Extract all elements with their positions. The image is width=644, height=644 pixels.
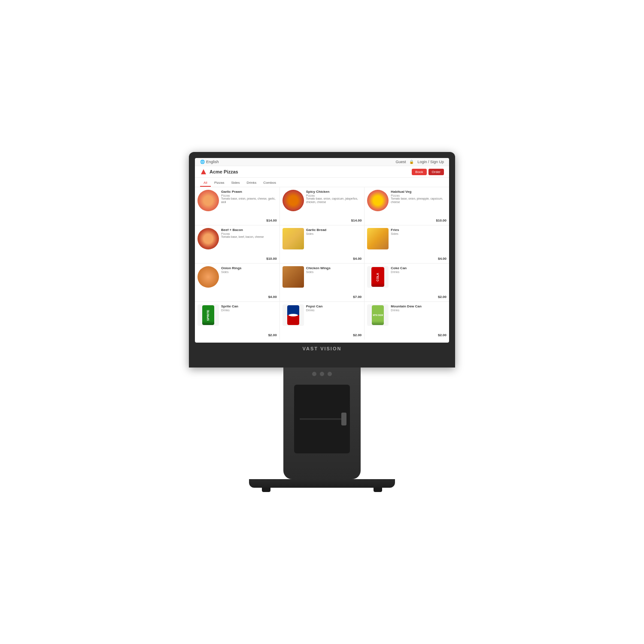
coke-can-info: Coke Can Drinks $2.00	[391, 266, 447, 299]
brand-label: VAST VISION	[303, 346, 342, 351]
garlic-bread-desc	[306, 235, 362, 257]
garlic-prawn-category: Pizzas	[221, 194, 277, 197]
coke-can-name: Coke Can	[391, 266, 447, 270]
menu-item-beef-bacon[interactable]: Beef + Bacon Pizzas Tomato base, beef, b…	[195, 225, 279, 263]
stand-neck	[283, 368, 361, 479]
monitor-bottom-bar: VAST VISION	[195, 343, 449, 355]
tab-drinks[interactable]: Drinks	[243, 179, 260, 187]
printer-slot-line	[300, 419, 344, 420]
menu-item-garlic-prawn[interactable]: Garlic Prawn Pizzas Tomato base, onion, …	[195, 187, 279, 225]
beef-bacon-desc: Tomato base, beef, bacon, cheese	[221, 235, 277, 257]
chicken-wings-desc	[306, 273, 362, 295]
printer-latch	[341, 413, 346, 425]
menu-item-chicken-wings[interactable]: Chicken Wings Sides $7.00	[280, 264, 365, 301]
onion-rings-image	[197, 266, 219, 288]
stand-btn-2	[320, 372, 324, 376]
spicy-chicken-name: Spicy Chicken	[306, 190, 362, 194]
chicken-wings-image	[283, 266, 304, 288]
garlic-bread-category: Sides	[306, 232, 362, 235]
globe-icon: 🌐	[200, 160, 205, 164]
onion-rings-category: Sides	[221, 270, 277, 273]
stand-feet	[253, 488, 391, 492]
garlic-prawn-image	[197, 190, 219, 211]
spicy-chicken-info: Spicy Chicken Pizzas Tomato base, onion,…	[306, 190, 362, 222]
coke-can-desc	[391, 273, 447, 295]
menu-item-habitual-veg[interactable]: Habitual Veg Pizzas Tomato base, onion, …	[365, 187, 449, 225]
habitual-veg-price: $10.00	[391, 219, 447, 222]
menu-item-sprite-can[interactable]: SPRITE Sprite Can Drinks $2.00	[195, 302, 279, 340]
tab-combos[interactable]: Combos	[260, 179, 279, 187]
book-button[interactable]: Book	[412, 169, 426, 175]
tab-sides[interactable]: Sides	[228, 179, 243, 187]
chicken-wings-info: Chicken Wings Sides $7.00	[306, 266, 362, 299]
chicken-wings-price: $7.00	[306, 295, 362, 299]
beef-bacon-image	[197, 228, 219, 249]
pepsi-can-price: $2.00	[306, 333, 362, 337]
garlic-bread-name: Garlic Bread	[306, 228, 362, 232]
svg-marker-0	[201, 169, 206, 174]
menu-item-spicy-chicken[interactable]: Spicy Chicken Pizzas Tomato base, onion,…	[280, 187, 365, 225]
category-tabs: All Pizzas Sides Drinks Combos	[195, 178, 449, 187]
coke-can-price: $2.00	[391, 295, 447, 299]
app-nav: Acme Pizzas Book Order	[195, 166, 449, 178]
monitor-bezel: 🌐 English Guest 🔒 Login / Sign Up Acme P…	[189, 152, 455, 368]
spicy-chicken-image	[283, 190, 304, 211]
mtn-dew-info: Mountain Dew Can Drinks $2.00	[391, 304, 447, 337]
garlic-bread-price: $4.00	[306, 257, 362, 261]
onion-rings-desc	[221, 273, 277, 295]
sprite-can-category: Drinks	[221, 309, 277, 312]
mtn-dew-price: $2.00	[391, 333, 447, 337]
fries-desc	[391, 235, 447, 257]
mtn-dew-image: MTN DEW	[367, 304, 389, 326]
fries-name: Fries	[391, 228, 447, 232]
menu-grid: Garlic Prawn Pizzas Tomato base, onion, …	[195, 187, 449, 340]
menu-item-garlic-bread[interactable]: Garlic Bread Sides $4.00	[280, 225, 365, 263]
menu-item-mtn-dew[interactable]: MTN DEW Mountain Dew Can Drinks $2.00	[365, 302, 449, 340]
menu-item-fries[interactable]: Fries Sides $4.00	[365, 225, 449, 263]
screen: 🌐 English Guest 🔒 Login / Sign Up Acme P…	[195, 158, 449, 343]
sprite-can-info: Sprite Can Drinks $2.00	[221, 304, 277, 337]
garlic-prawn-info: Garlic Prawn Pizzas Tomato base, onion, …	[221, 190, 277, 222]
sprite-can-desc	[221, 312, 277, 333]
garlic-prawn-price: $14.00	[221, 219, 277, 222]
pepsi-can-name: Pepsi Can	[306, 304, 362, 309]
pos-terminal: 🌐 English Guest 🔒 Login / Sign Up Acme P…	[189, 152, 455, 492]
order-button[interactable]: Order	[428, 169, 444, 175]
coke-can-category: Drinks	[391, 270, 447, 273]
sprite-can-image: SPRITE	[197, 304, 219, 326]
spicy-chicken-price: $14.00	[306, 219, 362, 222]
app-header: 🌐 English Guest 🔒 Login / Sign Up	[195, 158, 449, 166]
habitual-veg-name: Habitual Veg	[391, 190, 447, 194]
stand-btn-1	[312, 372, 316, 376]
tab-all[interactable]: All	[200, 179, 211, 187]
onion-rings-info: Onion Rings Sides $4.00	[221, 266, 277, 299]
fries-category: Sides	[391, 232, 447, 235]
habitual-veg-image	[367, 190, 389, 211]
menu-item-pepsi-can[interactable]: Pepsi Can Drinks $2.00	[280, 302, 365, 340]
fries-image	[367, 228, 389, 249]
tab-pizzas[interactable]: Pizzas	[211, 179, 228, 187]
pepsi-can-image	[283, 304, 304, 326]
chicken-wings-name: Chicken Wings	[306, 266, 362, 270]
garlic-prawn-desc: Tomato base, onion, prawns, cheese, garl…	[221, 197, 277, 219]
pepsi-can-category: Drinks	[306, 309, 362, 312]
nav-left: Acme Pizzas	[200, 168, 238, 175]
fries-info: Fries Sides $4.00	[391, 228, 447, 261]
garlic-bread-image	[283, 228, 304, 249]
beef-bacon-category: Pizzas	[221, 232, 277, 235]
menu-item-coke-can[interactable]: COLA Coke Can Drinks $2.00	[365, 264, 449, 301]
foot-right	[374, 488, 382, 492]
login-label[interactable]: Login / Sign Up	[417, 160, 444, 164]
menu-item-onion-rings[interactable]: Onion Rings Sides $4.00	[195, 264, 279, 301]
pepsi-can-desc	[306, 312, 362, 333]
restaurant-name: Acme Pizzas	[210, 169, 238, 174]
sprite-can-name: Sprite Can	[221, 304, 277, 309]
stand-base	[249, 479, 395, 488]
language-selector[interactable]: 🌐 English	[200, 160, 219, 164]
spicy-chicken-desc: Tomato base, onion, capsicum, jalapeños,…	[306, 197, 362, 219]
garlic-bread-info: Garlic Bread Sides $4.00	[306, 228, 362, 261]
stand-buttons	[312, 372, 332, 376]
beef-bacon-info: Beef + Bacon Pizzas Tomato base, beef, b…	[221, 228, 277, 261]
onion-rings-name: Onion Rings	[221, 266, 277, 270]
user-area: Guest 🔒 Login / Sign Up	[395, 160, 444, 164]
